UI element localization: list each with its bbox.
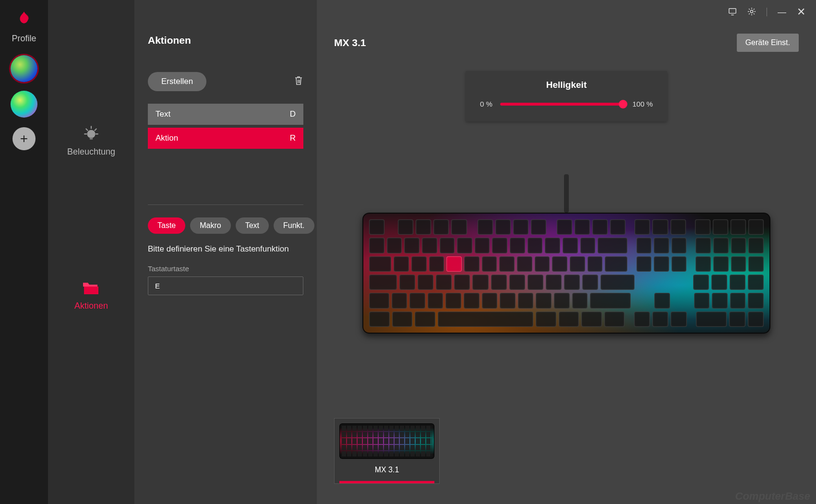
key[interactable] [433, 219, 449, 235]
key[interactable] [536, 312, 556, 327]
key[interactable] [730, 275, 745, 290]
key[interactable] [545, 238, 560, 253]
key[interactable] [436, 275, 452, 290]
key[interactable] [429, 256, 444, 272]
nav-actions[interactable]: Aktionen [74, 282, 108, 311]
key[interactable] [392, 293, 408, 308]
key[interactable] [748, 238, 764, 253]
key[interactable] [440, 238, 455, 253]
key[interactable] [696, 238, 711, 253]
key[interactable] [482, 256, 497, 272]
key[interactable] [528, 275, 543, 290]
key[interactable] [369, 238, 384, 253]
key[interactable] [509, 275, 525, 290]
key[interactable] [748, 312, 764, 327]
key[interactable] [748, 256, 764, 272]
tab-func[interactable]: Funkt. [274, 217, 314, 234]
profile-slot-1[interactable] [11, 55, 37, 82]
key-input[interactable] [148, 276, 303, 295]
key[interactable] [671, 219, 686, 235]
add-profile-button[interactable]: + [12, 127, 36, 150]
key[interactable] [536, 293, 552, 308]
key[interactable] [563, 238, 578, 253]
key[interactable] [369, 312, 390, 327]
key[interactable] [713, 238, 729, 253]
key[interactable] [713, 256, 729, 272]
key[interactable] [369, 293, 389, 308]
key[interactable] [730, 293, 746, 308]
key[interactable] [672, 238, 687, 253]
nav-lighting[interactable]: Beleuchtung [67, 125, 115, 157]
settings-button[interactable] [747, 7, 756, 17]
key[interactable] [712, 293, 728, 308]
key[interactable] [369, 219, 384, 235]
create-button[interactable]: Erstellen [148, 72, 206, 91]
key[interactable] [446, 256, 462, 272]
key[interactable] [695, 219, 710, 235]
key[interactable] [464, 256, 480, 272]
key[interactable] [369, 275, 397, 290]
key[interactable] [445, 293, 461, 308]
key[interactable] [392, 312, 413, 327]
key[interactable] [415, 312, 435, 327]
key[interactable] [600, 275, 634, 290]
tab-text[interactable]: Text [236, 217, 269, 234]
key[interactable] [575, 219, 590, 235]
key[interactable] [604, 312, 625, 327]
key[interactable] [464, 293, 480, 308]
key[interactable] [495, 219, 511, 235]
key[interactable] [499, 256, 515, 272]
display-mode-button[interactable] [728, 7, 737, 17]
key[interactable] [592, 219, 608, 235]
key[interactable] [748, 293, 764, 308]
key[interactable] [513, 219, 528, 235]
key[interactable] [654, 293, 670, 308]
key[interactable] [729, 312, 745, 327]
key[interactable] [416, 219, 431, 235]
key[interactable] [581, 312, 602, 327]
key[interactable] [570, 256, 585, 272]
keyboard-body[interactable] [362, 213, 770, 334]
key[interactable] [418, 275, 433, 290]
brightness-slider-thumb[interactable] [619, 100, 627, 108]
key[interactable] [636, 238, 652, 253]
key[interactable] [634, 312, 650, 327]
key[interactable] [654, 238, 669, 253]
key[interactable] [428, 293, 444, 308]
action-item-action[interactable]: Aktion R [148, 128, 303, 149]
key[interactable] [654, 256, 669, 272]
key[interactable] [610, 219, 625, 235]
action-item-text[interactable]: Text D [148, 104, 303, 125]
key[interactable] [713, 219, 728, 235]
key[interactable] [531, 219, 546, 235]
key[interactable] [748, 219, 764, 235]
key[interactable] [554, 293, 570, 308]
key[interactable] [552, 256, 567, 272]
key[interactable] [394, 256, 409, 272]
key[interactable] [454, 275, 470, 290]
key[interactable] [572, 293, 588, 308]
key[interactable] [438, 312, 533, 327]
tab-macro[interactable]: Makro [190, 217, 230, 234]
key[interactable] [652, 312, 668, 327]
key[interactable] [582, 275, 598, 290]
minimize-button[interactable]: — [778, 8, 786, 16]
key[interactable] [457, 238, 472, 253]
key[interactable] [528, 238, 543, 253]
key[interactable] [588, 256, 603, 272]
tab-key[interactable]: Taste [148, 217, 185, 234]
key[interactable] [748, 275, 764, 290]
key[interactable] [711, 275, 727, 290]
key[interactable] [731, 238, 746, 253]
key[interactable] [598, 238, 627, 253]
key[interactable] [409, 293, 425, 308]
key[interactable] [399, 275, 415, 290]
key[interactable] [411, 256, 427, 272]
key[interactable] [590, 293, 631, 308]
key[interactable] [451, 219, 467, 235]
close-button[interactable]: ✕ [797, 7, 805, 17]
key[interactable] [636, 256, 652, 272]
key[interactable] [398, 219, 413, 235]
device-settings-button[interactable]: Geräte Einst. [737, 34, 799, 52]
delete-button[interactable] [294, 75, 303, 88]
